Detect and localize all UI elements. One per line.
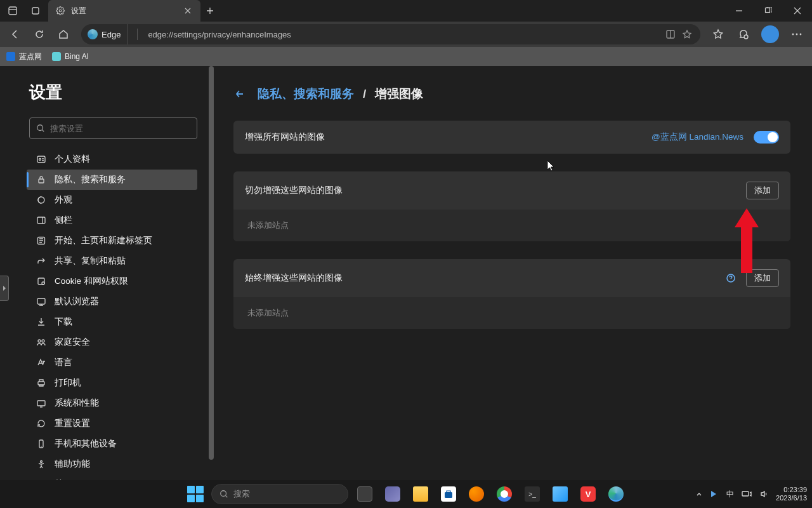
always-enhance-label: 始终增强这些网站的图像	[245, 272, 724, 284]
sidebar-scrollbar[interactable]	[209, 66, 214, 480]
bookmark-label: Bing AI	[65, 52, 89, 61]
svg-point-19	[38, 340, 41, 342]
tray-clock[interactable]: 0:23:39 2023/6/13	[776, 486, 807, 502]
svg-rect-18	[37, 298, 45, 304]
toolbar-right	[707, 23, 808, 46]
settings-search-input[interactable]	[50, 124, 190, 133]
tray-time: 0:23:39	[776, 486, 807, 494]
svg-point-6	[792, 34, 794, 36]
settings-title: 设置	[29, 81, 197, 104]
window-controls	[724, 0, 812, 22]
edge-identity-chip[interactable]: Edge	[81, 24, 127, 44]
edge-label: Edge	[102, 30, 121, 39]
svg-rect-1	[32, 8, 39, 14]
svg-point-9	[37, 125, 43, 131]
tray-volume[interactable]	[759, 490, 768, 498]
reader-icon[interactable]	[665, 29, 676, 40]
tab-overview-icon[interactable]	[28, 3, 43, 18]
nav-start[interactable]: 开始、主页和新建标签页	[27, 231, 197, 251]
app-store[interactable]	[437, 483, 460, 505]
refresh-button[interactable]	[28, 23, 51, 46]
svg-rect-16	[38, 278, 44, 284]
system-icon	[36, 398, 47, 409]
phone-icon	[36, 438, 47, 450]
nav-family[interactable]: 家庭安全	[27, 332, 197, 352]
nav-sidebar[interactable]: 侧栏	[27, 210, 197, 231]
nav-cookies[interactable]: Cookie 和网站权限	[27, 271, 197, 291]
nav-privacy[interactable]: 隐私、搜索和服务	[27, 170, 197, 190]
nav-profile[interactable]: 个人资料	[27, 149, 197, 170]
close-window-button[interactable]	[783, 0, 812, 22]
home-button[interactable]	[52, 23, 75, 46]
taskbar-search[interactable]: 搜索	[211, 484, 348, 504]
default-browser-icon	[36, 296, 47, 307]
extensions-button[interactable]	[732, 23, 755, 46]
nav-language[interactable]: 语言	[27, 352, 197, 373]
tab-actions-icon[interactable]	[5, 3, 20, 18]
maximize-button[interactable]	[754, 0, 783, 22]
close-tab-icon[interactable]	[183, 6, 193, 16]
tray-chevron[interactable]	[696, 491, 702, 497]
app-chrome[interactable]	[493, 483, 516, 505]
app-photos[interactable]	[549, 483, 572, 505]
language-icon	[36, 357, 47, 368]
app-firefox[interactable]	[465, 483, 488, 505]
search-icon	[36, 124, 45, 133]
nav-system[interactable]: 系统和性能	[27, 393, 197, 413]
profile-avatar[interactable]	[761, 25, 779, 43]
app-terminal[interactable]: >_	[521, 483, 544, 505]
svg-rect-28	[445, 492, 452, 498]
titlebar: 设置	[0, 0, 812, 22]
start-button[interactable]	[187, 486, 204, 502]
appearance-icon	[36, 194, 47, 206]
enhance-toggle[interactable]	[754, 131, 779, 144]
breadcrumb-current: 增强图像	[375, 86, 423, 102]
browser-tab[interactable]: 设置	[48, 0, 200, 22]
nav-phone[interactable]: 手机和其他设备	[27, 434, 197, 454]
bookmark-bingai[interactable]: Bing AI	[52, 52, 89, 61]
taskview-button[interactable]	[353, 483, 376, 505]
app-teams[interactable]	[381, 483, 404, 505]
svg-point-20	[42, 340, 44, 342]
app-edge[interactable]	[605, 483, 627, 505]
breadcrumb-back[interactable]	[231, 85, 249, 103]
new-tab-button[interactable]	[200, 0, 219, 22]
url-bar[interactable]: edge://settings/privacy/enhanceImages	[128, 24, 700, 44]
tray-news[interactable]	[710, 490, 719, 498]
favorites-button[interactable]	[707, 23, 730, 46]
sidebar-expand-tab[interactable]	[0, 276, 9, 301]
svg-point-27	[221, 491, 226, 497]
tray-ime[interactable]: 中	[726, 489, 734, 500]
enhance-all-card: 增强所有网站的图像 @蓝点网 Landian.News	[233, 121, 790, 154]
minimize-button[interactable]	[724, 0, 754, 22]
back-button[interactable]	[4, 23, 27, 46]
svg-rect-29	[742, 491, 749, 496]
always-enhance-card: 始终增强这些网站的图像 添加 未添加站点	[233, 259, 790, 329]
help-icon[interactable]	[724, 272, 737, 284]
tray-network[interactable]	[742, 490, 752, 498]
nav-share[interactable]: 共享、复制和粘贴	[27, 251, 197, 271]
nav-default-browser[interactable]: 默认浏览器	[27, 291, 197, 312]
svg-point-7	[796, 34, 798, 36]
app-explorer[interactable]	[409, 483, 432, 505]
breadcrumb-link[interactable]: 隐私、搜索和服务	[258, 86, 354, 102]
menu-button[interactable]	[785, 23, 808, 46]
nav-accessibility[interactable]: 辅助功能	[27, 454, 197, 474]
add-never-button[interactable]: 添加	[746, 182, 779, 199]
bookmark-landian[interactable]: 蓝点网	[6, 51, 42, 62]
nav-about[interactable]: 关于 Microsoft Edge	[27, 474, 197, 480]
add-always-button[interactable]: 添加	[746, 269, 779, 287]
edge-logo-icon	[88, 29, 98, 39]
url-text: edge://settings/privacy/enhanceImages	[148, 30, 291, 39]
settings-search[interactable]	[29, 117, 197, 139]
settings-main: 隐私、搜索和服务 / 增强图像 增强所有网站的图像 @蓝点网 Landian.N…	[216, 66, 812, 480]
never-enhance-card: 切勿增强这些网站的图像 添加 未添加站点	[233, 171, 790, 241]
nav-printers[interactable]: 打印机	[27, 373, 197, 393]
svg-rect-3	[766, 8, 770, 13]
nav-reset[interactable]: 重置设置	[27, 413, 197, 434]
app-vivaldi[interactable]: V	[577, 483, 599, 505]
nav-downloads[interactable]: 下载	[27, 312, 197, 332]
nav-appearance[interactable]: 外观	[27, 190, 197, 210]
favorite-icon[interactable]	[681, 29, 693, 40]
svg-point-24	[41, 461, 43, 463]
